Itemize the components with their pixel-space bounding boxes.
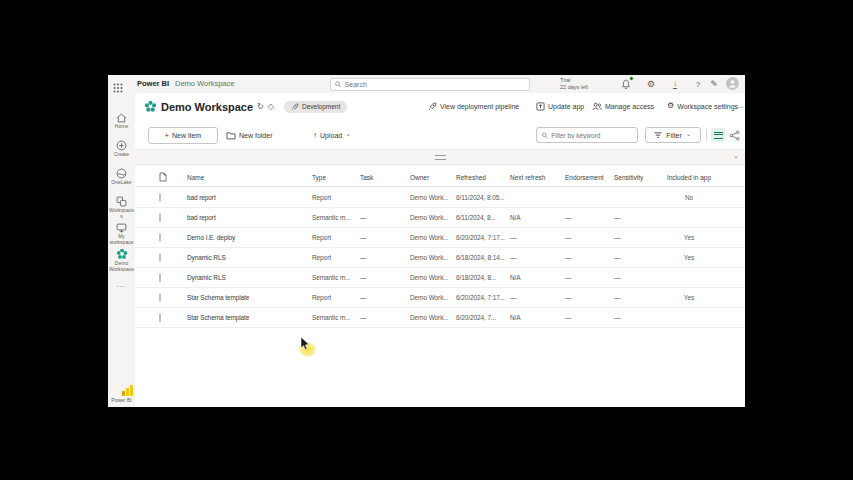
- items-table: bad report Report Demo Work... 6/11/2024…: [135, 188, 745, 328]
- item-name[interactable]: Demo I.E. deploy: [187, 234, 312, 241]
- trial-status: Trial 22 days left: [560, 77, 618, 90]
- report-icon: [159, 293, 161, 302]
- avatar[interactable]: [726, 77, 739, 90]
- new-item-button[interactable]: + New item: [148, 127, 218, 144]
- item-sensitivity: —: [614, 234, 659, 241]
- app-name[interactable]: Power BI: [137, 79, 169, 88]
- rocket-icon: [428, 102, 437, 111]
- upload-icon: ↑: [313, 131, 317, 140]
- manage-access-button[interactable]: Manage access: [592, 102, 654, 111]
- item-next-refresh: N/A: [510, 274, 565, 281]
- waffle-icon[interactable]: [113, 79, 123, 89]
- table-row[interactable]: Dynamic RLS Semantic m... — Demo Work...…: [135, 268, 745, 288]
- item-endorsement: —: [565, 214, 614, 221]
- sidebar-item-my-workspace[interactable]: My workspace: [108, 223, 135, 245]
- gear-icon[interactable]: ⚙: [644, 77, 658, 91]
- semantic-model-icon: [159, 213, 161, 222]
- item-name[interactable]: Star Schema template: [187, 314, 312, 321]
- bell-icon[interactable]: [619, 77, 633, 91]
- item-next-refresh: N/A: [510, 214, 565, 221]
- item-endorsement: —: [565, 254, 614, 261]
- item-next-refresh: N/A: [510, 314, 565, 321]
- sidebar-item-onelake[interactable]: OneLake: [108, 168, 135, 186]
- item-refreshed: 6/11/2024, 8:05...: [456, 194, 510, 201]
- item-type: Semantic m...: [312, 314, 360, 321]
- help-icon[interactable]: ?: [691, 77, 705, 91]
- item-name[interactable]: bad report: [187, 194, 312, 201]
- item-included-in-app: Yes: [659, 294, 719, 301]
- item-name[interactable]: bad report: [187, 214, 312, 221]
- sidebar-item-powerbi[interactable]: Power BI: [108, 396, 135, 403]
- doc-icon: [159, 172, 187, 183]
- item-type: Report: [312, 194, 360, 201]
- item-refreshed: 6/11/2024, 8...: [456, 214, 510, 221]
- col-name[interactable]: Name: [187, 174, 312, 181]
- col-owner[interactable]: Owner: [410, 174, 456, 181]
- item-task: —: [360, 274, 410, 281]
- item-refreshed: 6/20/2024, 7:17...: [456, 294, 510, 301]
- item-endorsement: —: [565, 234, 614, 241]
- table-row[interactable]: Demo I.E. deploy Report — Demo Work... 6…: [135, 228, 745, 248]
- item-sensitivity: —: [614, 314, 659, 321]
- item-name[interactable]: Star Schema template: [187, 294, 312, 301]
- home-icon: [116, 113, 127, 123]
- update-app-button[interactable]: Update app: [536, 102, 584, 111]
- workspace-settings-button[interactable]: ⚙ Workspace settings: [667, 102, 738, 110]
- item-refreshed: 6/20/2024, 7...: [456, 314, 510, 321]
- list-view-toggle[interactable]: [711, 128, 725, 142]
- table-row[interactable]: Dynamic RLS Report — Demo Work... 6/18/2…: [135, 248, 745, 268]
- global-search[interactable]: [330, 78, 530, 91]
- drag-handle[interactable]: [435, 155, 446, 160]
- my-workspace-icon: [116, 223, 127, 233]
- item-task: —: [360, 254, 410, 261]
- lineage-view-toggle[interactable]: [727, 128, 741, 142]
- table-row[interactable]: Star Schema template Report — Demo Work.…: [135, 288, 745, 308]
- toolbar-divider: [706, 129, 707, 141]
- filter-keyword-box[interactable]: [536, 127, 638, 143]
- item-type: Semantic m...: [312, 274, 360, 281]
- col-sensitivity[interactable]: Sensitivity: [614, 174, 659, 181]
- item-endorsement: —: [565, 314, 614, 321]
- col-type[interactable]: Type: [312, 174, 360, 181]
- breadcrumb-workspace[interactable]: Demo Workspace: [175, 79, 234, 88]
- download-icon[interactable]: ↓: [668, 77, 682, 91]
- item-task: —: [360, 294, 410, 301]
- sidebar-item-create[interactable]: Create: [108, 140, 135, 158]
- workspace-more-button[interactable]: ...: [737, 102, 743, 109]
- report-icon: [159, 253, 161, 262]
- item-task: —: [360, 314, 410, 321]
- expand-chevron-icon[interactable]: ⌄: [733, 152, 739, 160]
- filter-button[interactable]: Filter ⌄: [645, 127, 701, 143]
- col-task[interactable]: Task: [360, 174, 410, 181]
- filter-keyword-input[interactable]: [551, 132, 632, 139]
- item-name[interactable]: Dynamic RLS: [187, 254, 312, 261]
- col-refreshed[interactable]: Refreshed: [456, 174, 510, 181]
- sidebar-more[interactable]: ...: [108, 281, 135, 288]
- table-row[interactable]: Star Schema template Semantic m... — Dem…: [135, 308, 745, 328]
- table-header: Name Type Task Owner Refreshed Next refr…: [135, 169, 745, 187]
- upload-button[interactable]: ↑ Upload ⌄: [313, 127, 351, 144]
- feedback-icon[interactable]: ✎: [707, 77, 721, 91]
- table-row[interactable]: bad report Semantic m... — Demo Work... …: [135, 208, 745, 228]
- view-deployment-pipeline-button[interactable]: View deployment pipeline: [428, 102, 519, 111]
- sidebar-item-home[interactable]: Home: [108, 113, 135, 130]
- report-icon: [159, 193, 161, 202]
- chevron-down-icon: ⌄: [345, 130, 351, 138]
- item-included-in-app: Yes: [659, 254, 719, 261]
- item-type: Semantic m...: [312, 214, 360, 221]
- item-sensitivity: —: [614, 274, 659, 281]
- sidebar-item-demo-workspace[interactable]: Demo Workspace: [108, 248, 135, 272]
- item-type: Report: [312, 234, 360, 241]
- col-included-in-app[interactable]: Included in app: [659, 174, 719, 181]
- item-name[interactable]: Dynamic RLS: [187, 274, 312, 281]
- item-included-in-app: No: [659, 194, 719, 201]
- top-nav-bar: Power BI Demo Workspace Trial 22 days le…: [108, 75, 745, 93]
- global-search-input[interactable]: [345, 81, 525, 88]
- create-icon: [116, 140, 127, 151]
- col-next-refresh[interactable]: Next refresh: [510, 174, 565, 181]
- new-folder-button[interactable]: New folder: [226, 127, 272, 144]
- col-endorsement[interactable]: Endorsement: [565, 174, 614, 181]
- sidebar-item-workspaces[interactable]: Workspaces: [108, 196, 135, 219]
- semantic-model-icon: [159, 313, 161, 322]
- table-row[interactable]: bad report Report Demo Work... 6/11/2024…: [135, 188, 745, 208]
